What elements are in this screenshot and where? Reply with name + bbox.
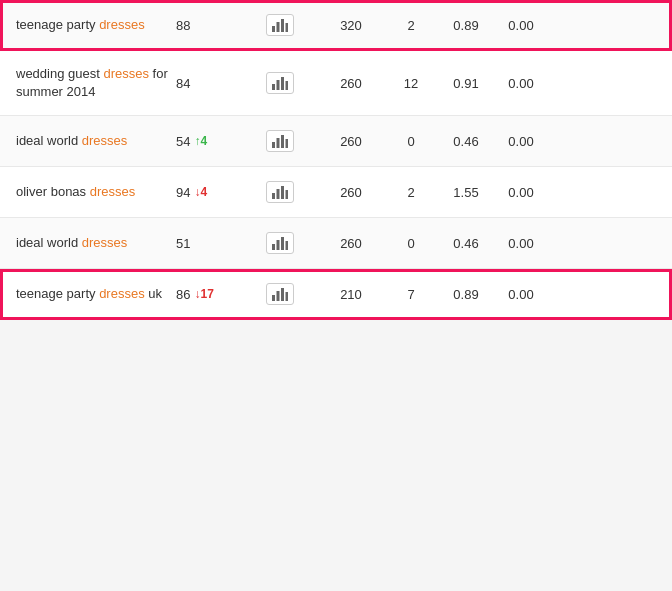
results-cell: 7 — [386, 287, 436, 302]
bar-chart-icon — [272, 287, 288, 301]
svg-rect-22 — [281, 288, 284, 301]
rank-cell: 84 — [176, 76, 266, 91]
keyword-cell: wedding guest dresses for summer 2014 — [16, 65, 176, 101]
results-cell: 0 — [386, 236, 436, 251]
svg-rect-23 — [286, 292, 289, 301]
rank-cell: 88 — [176, 18, 266, 33]
chart-cell — [266, 72, 316, 94]
svg-rect-9 — [277, 138, 280, 148]
svg-rect-2 — [281, 19, 284, 32]
chart-cell — [266, 181, 316, 203]
svg-rect-1 — [277, 22, 280, 32]
table-row: ideal world dresses5126000.460.00 — [0, 218, 672, 269]
cpc-cell: 0.89 — [436, 18, 496, 33]
competition-cell: 0.00 — [496, 134, 546, 149]
chart-button[interactable] — [266, 283, 294, 305]
chart-cell — [266, 130, 316, 152]
keyword-main-text: ideal world — [16, 235, 82, 250]
chart-button[interactable] — [266, 181, 294, 203]
rank-change: ↓17 — [194, 287, 213, 301]
table-row: teenage party dresses uk86 ↓1721070.890.… — [0, 269, 672, 320]
competition-cell: 0.00 — [496, 236, 546, 251]
table-row: teenage party dresses8832020.890.00 — [0, 0, 672, 51]
rank-cell: 54 ↑4 — [176, 134, 266, 149]
searches-cell: 260 — [316, 134, 386, 149]
rank-cell: 94 ↓4 — [176, 185, 266, 200]
rank-number: 88 — [176, 18, 190, 33]
svg-rect-7 — [286, 81, 289, 90]
svg-rect-13 — [277, 189, 280, 199]
svg-rect-17 — [277, 240, 280, 250]
cpc-cell: 0.91 — [436, 76, 496, 91]
keyword-suffix-text: uk — [145, 286, 162, 301]
rank-cell: 86 ↓17 — [176, 287, 266, 302]
svg-rect-20 — [272, 295, 275, 301]
chart-cell — [266, 283, 316, 305]
bar-chart-icon — [272, 185, 288, 199]
competition-cell: 0.00 — [496, 287, 546, 302]
svg-rect-21 — [277, 291, 280, 301]
results-cell: 0 — [386, 134, 436, 149]
cpc-cell: 1.55 — [436, 185, 496, 200]
rank-number: 54 — [176, 134, 190, 149]
bar-chart-icon — [272, 18, 288, 32]
chart-cell — [266, 232, 316, 254]
keyword-cell: teenage party dresses — [16, 16, 176, 34]
keyword-cell: oliver bonas dresses — [16, 183, 176, 201]
chart-button[interactable] — [266, 14, 294, 36]
results-cell: 2 — [386, 185, 436, 200]
keyword-orange-text: dresses — [82, 133, 128, 148]
table-row: oliver bonas dresses94 ↓426021.550.00 — [0, 167, 672, 218]
svg-rect-19 — [286, 241, 289, 250]
svg-rect-0 — [272, 26, 275, 32]
keyword-main-text: oliver bonas — [16, 184, 90, 199]
svg-rect-10 — [281, 135, 284, 148]
searches-cell: 320 — [316, 18, 386, 33]
rank-change: ↓4 — [194, 185, 207, 199]
keyword-main-text: teenage party — [16, 17, 99, 32]
chart-button[interactable] — [266, 72, 294, 94]
results-cell: 12 — [386, 76, 436, 91]
rank-change: ↑4 — [194, 134, 207, 148]
searches-cell: 260 — [316, 76, 386, 91]
svg-rect-11 — [286, 139, 289, 148]
cpc-cell: 0.89 — [436, 287, 496, 302]
chart-button[interactable] — [266, 232, 294, 254]
svg-rect-3 — [286, 23, 289, 32]
keyword-orange-text: dresses — [90, 184, 136, 199]
competition-cell: 0.00 — [496, 18, 546, 33]
svg-rect-14 — [281, 186, 284, 199]
searches-cell: 260 — [316, 236, 386, 251]
svg-rect-15 — [286, 190, 289, 199]
cpc-cell: 0.46 — [436, 134, 496, 149]
keyword-orange-text: dresses — [99, 17, 145, 32]
rank-number: 84 — [176, 76, 190, 91]
keyword-orange-text: dresses — [99, 286, 145, 301]
bar-chart-icon — [272, 236, 288, 250]
chart-button[interactable] — [266, 130, 294, 152]
keyword-main-text: wedding guest — [16, 66, 103, 81]
svg-rect-18 — [281, 237, 284, 250]
searches-cell: 210 — [316, 287, 386, 302]
svg-rect-12 — [272, 193, 275, 199]
keyword-main-text: teenage party — [16, 286, 99, 301]
svg-rect-4 — [272, 84, 275, 90]
rank-number: 86 — [176, 287, 190, 302]
svg-rect-5 — [277, 80, 280, 90]
keyword-orange-text: dresses — [103, 66, 149, 81]
table-row: wedding guest dresses for summer 2014842… — [0, 51, 672, 116]
competition-cell: 0.00 — [496, 185, 546, 200]
results-cell: 2 — [386, 18, 436, 33]
table-row: ideal world dresses54 ↑426000.460.00 — [0, 116, 672, 167]
searches-cell: 260 — [316, 185, 386, 200]
keyword-table: teenage party dresses8832020.890.00weddi… — [0, 0, 672, 320]
keyword-orange-text: dresses — [82, 235, 128, 250]
chart-cell — [266, 14, 316, 36]
svg-rect-6 — [281, 77, 284, 90]
keyword-main-text: ideal world — [16, 133, 82, 148]
keyword-cell: ideal world dresses — [16, 132, 176, 150]
keyword-cell: ideal world dresses — [16, 234, 176, 252]
rank-number: 51 — [176, 236, 190, 251]
bar-chart-icon — [272, 134, 288, 148]
bar-chart-icon — [272, 76, 288, 90]
